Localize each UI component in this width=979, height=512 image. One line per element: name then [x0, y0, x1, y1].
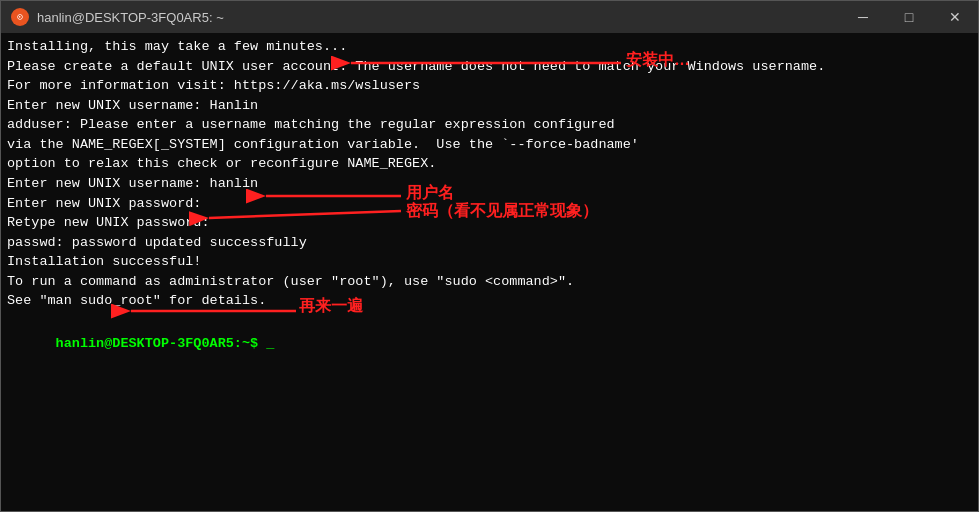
terminal-line-10: Retype new UNIX password:	[7, 213, 972, 233]
terminal-body[interactable]: Installing, this may take a few minutes.…	[1, 33, 978, 511]
terminal-prompt: hanlin@DESKTOP-3FQ0AR5:~$ _	[56, 336, 275, 351]
terminal-line-11: passwd: password updated successfully	[7, 233, 972, 253]
terminal-line-2: Please create a default UNIX user accoun…	[7, 57, 972, 77]
window-title: hanlin@DESKTOP-3FQ0AR5: ~	[37, 10, 968, 25]
window: ⊙ hanlin@DESKTOP-3FQ0AR5: ~ ─ □ ✕ Instal…	[0, 0, 979, 512]
terminal-line-13: To run a command as administrator (user …	[7, 272, 972, 292]
terminal-line-14: See "man sudo_root" for details.	[7, 291, 972, 311]
terminal-line-4: Enter new UNIX username: Hanlin	[7, 96, 972, 116]
window-icon: ⊙	[11, 8, 29, 26]
terminal-line-3: For more information visit: https://aka.…	[7, 76, 972, 96]
terminal-line-12: Installation successful!	[7, 252, 972, 272]
terminal-prompt-line: hanlin@DESKTOP-3FQ0AR5:~$ _	[7, 315, 972, 374]
terminal-line-1: Installing, this may take a few minutes.…	[7, 37, 972, 57]
terminal-line-7: option to relax this check or reconfigur…	[7, 154, 972, 174]
maximize-button[interactable]: □	[886, 1, 932, 33]
close-button[interactable]: ✕	[932, 1, 978, 33]
titlebar: ⊙ hanlin@DESKTOP-3FQ0AR5: ~ ─ □ ✕	[1, 1, 978, 33]
terminal-line-9: Enter new UNIX password:	[7, 194, 972, 214]
terminal-line-8: Enter new UNIX username: hanlin	[7, 174, 972, 194]
titlebar-buttons: ─ □ ✕	[840, 1, 978, 33]
terminal-line-6: via the NAME_REGEX[_SYSTEM] configuratio…	[7, 135, 972, 155]
terminal-line-5: adduser: Please enter a username matchin…	[7, 115, 972, 135]
minimize-button[interactable]: ─	[840, 1, 886, 33]
